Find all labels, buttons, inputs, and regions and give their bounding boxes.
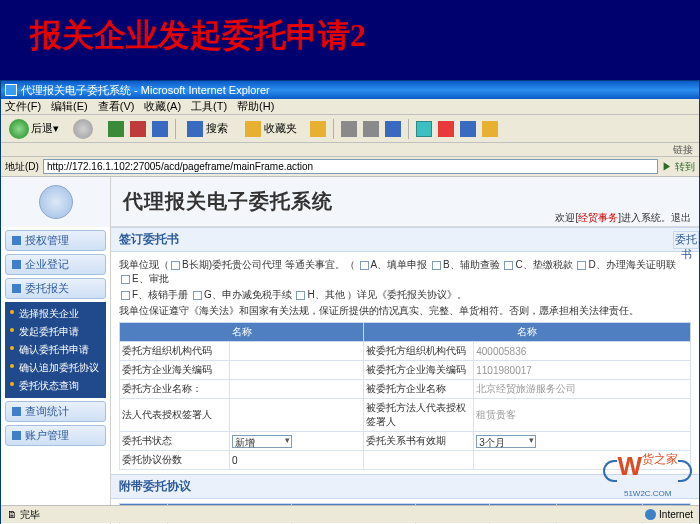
checkbox-f[interactable]: [121, 291, 130, 300]
r6l: 委托协议份数: [120, 451, 230, 470]
r6lv: 0: [230, 451, 364, 470]
go-button[interactable]: ▶ 转到: [662, 160, 695, 174]
nav-sub-apply[interactable]: 发起委托申请: [5, 323, 106, 341]
logo-area: [1, 177, 110, 227]
r5rv[interactable]: 3个月: [474, 432, 691, 451]
nav-sub-select[interactable]: 选择报关企业: [5, 305, 106, 323]
menu-bar[interactable]: 文件(F) 编辑(E) 查看(V) 收藏(A) 工具(T) 帮助(H): [1, 99, 699, 115]
th-right: 名称: [364, 323, 691, 342]
ext-icon-1[interactable]: [416, 121, 432, 137]
fav-label: 收藏夹: [264, 121, 297, 136]
menu-edit[interactable]: 编辑(E): [51, 99, 88, 114]
toolbar: 后退 ▾ 搜索 收藏夹: [1, 115, 699, 143]
status-bar: 🗎 完毕 Internet: [1, 505, 699, 523]
main-content: 代理报关电子委托系统 欢迎[经贸事务]进入系统。退出 签订委托书 委托书 我单位…: [111, 177, 699, 524]
section-sign: 签订委托书: [111, 227, 699, 252]
r4rv: 租赁贵客: [474, 399, 691, 432]
links-bar: 链接: [1, 143, 699, 157]
mail-icon[interactable]: [341, 121, 357, 137]
declaration-note: 我单位保证遵守《海关法》和国家有关法规，保证所提供的情况真实、完整、单货相符。否…: [119, 304, 691, 318]
ext-icon-4[interactable]: [482, 121, 498, 137]
history-icon[interactable]: [310, 121, 326, 137]
window-titlebar: 代理报关电子委托系统 - Microsoft Internet Explorer: [1, 81, 699, 99]
option-line-2: F、核销手册 G、申办减免税手续 H、其他 ）详见《委托报关协议》。: [119, 288, 691, 302]
ext-icon-2[interactable]: [438, 121, 454, 137]
checkbox-h[interactable]: [296, 291, 305, 300]
page-body: 授权管理 企业登记 委托报关 选择报关企业 发起委托申请 确认委托书申请 确认追…: [1, 177, 699, 524]
back-label: 后退: [31, 121, 53, 136]
r1rv: 400005836: [474, 342, 691, 361]
sidebar: 授权管理 企业登记 委托报关 选择报关企业 发起委托申请 确认委托书申请 确认追…: [1, 177, 111, 524]
refresh-icon[interactable]: [108, 121, 124, 137]
checkbox-e[interactable]: [121, 275, 130, 284]
nav-stats[interactable]: 查询统计: [5, 401, 106, 422]
edit-icon[interactable]: [385, 121, 401, 137]
back-button[interactable]: 后退 ▾: [5, 118, 63, 140]
security-zone: Internet: [645, 509, 693, 520]
checkbox-a[interactable]: [360, 261, 369, 270]
globe-logo-icon: [39, 185, 73, 219]
r2l: 委托方企业海关编码: [120, 361, 230, 380]
window-title: 代理报关电子委托系统 - Microsoft Internet Explorer: [21, 83, 270, 98]
checkbox-b-long[interactable]: [171, 261, 180, 270]
back-icon: [9, 119, 29, 139]
stop-icon[interactable]: [130, 121, 146, 137]
r5r: 委托关系书有效期: [364, 432, 474, 451]
r4l: 法人代表授权签署人: [120, 399, 230, 432]
menu-file[interactable]: 文件(F): [5, 99, 41, 114]
checkbox-b2[interactable]: [432, 261, 441, 270]
nav-entrust[interactable]: 委托报关: [5, 278, 106, 299]
section-attach: 附带委托协议: [111, 474, 699, 499]
option-line-1: 我单位现（B长期)委托贵公司代理 等通关事宜。（ A、填单申报 B、辅助查验 C…: [119, 258, 691, 286]
home-icon[interactable]: [152, 121, 168, 137]
forward-button[interactable]: [69, 118, 99, 140]
r3r: 被委托方企业名称: [364, 380, 474, 399]
ie-icon: [5, 84, 17, 96]
side-tab[interactable]: 委托书: [673, 231, 699, 249]
r1l: 委托方组织机构代码: [120, 342, 230, 361]
menu-view[interactable]: 查看(V): [98, 99, 135, 114]
ext-icon-3[interactable]: [460, 121, 476, 137]
status-select: 新增: [232, 435, 292, 448]
r2rv: 1101980017: [474, 361, 691, 380]
checkbox-g[interactable]: [193, 291, 202, 300]
browser-window: 代理报关电子委托系统 - Microsoft Internet Explorer…: [0, 80, 700, 524]
slide-title: 报关企业发起委托申请2: [0, 0, 700, 66]
nav-sub-query[interactable]: 委托状态查询: [5, 377, 106, 395]
menu-fav[interactable]: 收藏(A): [144, 99, 181, 114]
entrust-table: 名称名称 委托方组织机构代码被委托方组织机构代码400005836 委托方企业海…: [119, 322, 691, 470]
favorites-button[interactable]: 收藏夹: [238, 120, 301, 138]
search-button[interactable]: 搜索: [180, 120, 232, 138]
r4r: 被委托方法人代表授权签署人: [364, 399, 474, 432]
status-text: 🗎 完毕: [7, 508, 40, 522]
nav-register[interactable]: 企业登记: [5, 254, 106, 275]
r1r: 被委托方组织机构代码: [364, 342, 474, 361]
checkbox-d[interactable]: [577, 261, 586, 270]
star-icon: [245, 121, 261, 137]
app-title: 代理报关电子委托系统: [123, 188, 333, 215]
nav-auth[interactable]: 授权管理: [5, 230, 106, 251]
form-content: 我单位现（B长期)委托贵公司代理 等通关事宜。（ A、填单申报 B、辅助查验 C…: [111, 252, 699, 524]
r2r: 被委托方企业海关编码: [364, 361, 474, 380]
period-select: 3个月: [476, 435, 536, 448]
search-label: 搜索: [206, 121, 228, 136]
address-bar: 地址(D) ▶ 转到: [1, 157, 699, 177]
links-label[interactable]: 链接: [673, 144, 693, 155]
print-icon[interactable]: [363, 121, 379, 137]
r5lv[interactable]: 新增: [230, 432, 364, 451]
menu-tools[interactable]: 工具(T): [191, 99, 227, 114]
r3rv: 北京经贸旅游服务公司: [474, 380, 691, 399]
nav-sub-confirm[interactable]: 确认委托书申请: [5, 341, 106, 359]
forward-icon: [73, 119, 93, 139]
nav-sub-append[interactable]: 确认追加委托协议: [5, 359, 106, 377]
th-left: 名称: [120, 323, 364, 342]
r3l: 委托方企业名称：: [120, 380, 230, 399]
nav-entrust-sub: 选择报关企业 发起委托申请 确认委托书申请 确认追加委托协议 委托状态查询: [5, 302, 106, 398]
nav-account[interactable]: 账户管理: [5, 425, 106, 446]
checkbox-c[interactable]: [504, 261, 513, 270]
address-label: 地址(D): [5, 160, 39, 174]
menu-help[interactable]: 帮助(H): [237, 99, 274, 114]
address-input[interactable]: [43, 159, 658, 174]
r5l: 委托书状态: [120, 432, 230, 451]
welcome-text: 欢迎[经贸事务]进入系统。退出: [555, 211, 691, 225]
